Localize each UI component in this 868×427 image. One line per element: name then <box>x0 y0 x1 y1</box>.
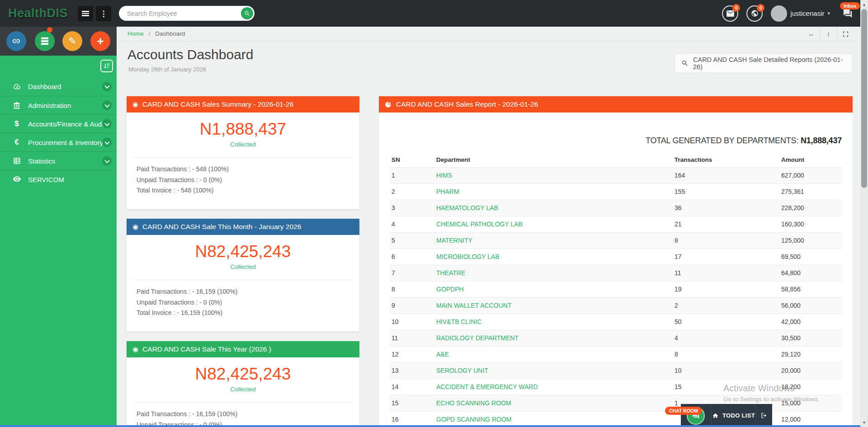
cell-sn: 14 <box>390 379 434 395</box>
scroll-up-arrow[interactable]: ▲ <box>860 1 868 8</box>
table-row: 12A&E829,120 <box>390 346 842 362</box>
employee-search <box>119 6 255 21</box>
employee-search-button[interactable] <box>241 7 253 19</box>
table-row: 15ECHO SCANNING ROOM115,000 <box>390 395 842 411</box>
cell-sn: 15 <box>390 395 434 411</box>
department-link[interactable]: HAEMATOLOGY LAB <box>436 204 498 211</box>
chevron-down-icon[interactable] <box>102 138 112 147</box>
cell-transactions: 8 <box>673 232 779 249</box>
sidebar-item-procurement[interactable]: € Procurement & Inventory <box>0 133 117 151</box>
department-link[interactable]: THEATRE <box>436 269 465 277</box>
card-stats: Paid Transactions : - 548 (100%)Unpaid T… <box>127 164 359 196</box>
cell-department: HIMS <box>434 167 673 183</box>
department-link[interactable]: A&E <box>436 351 449 358</box>
chevron-down-icon[interactable] <box>102 82 112 91</box>
avatar[interactable] <box>771 5 787 22</box>
card-stat-line: Total Invoice : - 16,159 (100%) <box>127 308 359 319</box>
department-link[interactable]: MATERNITY <box>436 237 472 244</box>
cell-amount: 64,800 <box>779 265 842 281</box>
notifications-count-badge: 0 <box>757 4 764 12</box>
chat-bubbles-icon <box>842 9 854 19</box>
sidebar-item-accounts-finance[interactable]: $ Accounts/Finance & Audit <box>0 114 117 133</box>
bullseye-icon: ◉ <box>132 223 138 231</box>
signout-button[interactable] <box>756 404 772 427</box>
cell-amount: 58,856 <box>779 281 842 297</box>
resize-vertical-button[interactable]: ↕ <box>820 27 837 41</box>
cell-amount: 125,000 <box>779 232 842 249</box>
cell-transactions: 50 <box>673 314 779 330</box>
arrow-horizontal-icon: ↔ <box>808 30 814 38</box>
card-stat-line: Paid Transactions : - 16,159 (100%) <box>127 409 359 420</box>
breadcrumb-home-link[interactable]: Home <box>127 30 144 37</box>
window-bottom-edge <box>0 425 860 427</box>
column-header-sn: SN <box>390 153 434 167</box>
cell-department: MATERNITY <box>434 232 673 249</box>
cell-transactions: 2 <box>673 297 779 314</box>
department-link[interactable]: RADIOLOGY DEPARTMENT <box>436 334 519 342</box>
department-link[interactable]: PHARM <box>436 188 459 195</box>
sales-report-panel: CARD AND CASH Sales Report - 2026-01-26 … <box>379 96 853 427</box>
department-link[interactable]: HIV&TB CLINIC <box>436 318 481 325</box>
tachometer-icon <box>13 83 21 90</box>
department-link[interactable]: ACCIDENT & EMERGENCY WARD <box>436 383 538 390</box>
edit-quick-button[interactable]: ✎ <box>62 31 82 51</box>
collected-label: Collected <box>127 386 359 393</box>
chevron-down-icon[interactable] <box>102 119 112 129</box>
sidebar-item-label: SERVICOM <box>28 176 64 183</box>
scrollbar-thumb[interactable] <box>861 9 867 188</box>
table-row: 1HIMS164627,000 <box>390 167 842 183</box>
app-window: HealthDIS ⋮ 0 0 justicenasir <box>0 0 868 427</box>
table-row: 6MICROBIOLOGY LAB1769,500 <box>390 249 842 265</box>
sign-out-icon <box>760 412 768 419</box>
column-header-amount: Amount <box>779 153 842 167</box>
link-quick-button[interactable] <box>6 31 26 51</box>
sidebar-item-administration[interactable]: Administration <box>0 96 117 114</box>
department-link[interactable]: GOPDPH <box>436 286 464 293</box>
sidebar-item-servicom[interactable]: SERVICOM <box>0 170 117 188</box>
options-button[interactable]: ⋮ <box>96 6 111 21</box>
notifications-button[interactable]: 0 <box>746 5 763 22</box>
department-link[interactable]: MAIN WALLET ACCOUNT <box>436 302 511 309</box>
report-header: CARD AND CASH Sales Report - 2026-01-26 <box>379 96 853 113</box>
vertical-scrollbar[interactable]: ▲ ▼ <box>860 0 868 427</box>
cell-amount: 30,500 <box>779 330 842 346</box>
sidebar-item-label: Accounts/Finance & Audit <box>28 120 105 128</box>
department-link[interactable]: CHEMICAL PATHOLOGY LAB <box>436 221 523 228</box>
user-menu[interactable]: justicenasir ▾ <box>771 5 830 22</box>
chevron-down-icon[interactable] <box>102 101 112 110</box>
report-search-box[interactable]: CARD AND CASH Sale Detailed Reports (202… <box>675 53 853 73</box>
username: justicenasir <box>790 9 824 17</box>
inbox-button[interactable]: Inbox <box>842 9 854 19</box>
fullscreen-button[interactable] <box>837 27 854 41</box>
department-link[interactable]: MICROBIOLOGY LAB <box>436 253 500 260</box>
department-link[interactable]: ECHO SCANNING ROOM <box>436 399 511 407</box>
cell-sn: 5 <box>390 232 434 249</box>
chat-room-badge: CHAT ROOM <box>665 407 702 415</box>
collected-label: Collected <box>127 263 359 270</box>
department-link[interactable]: HIMS <box>436 172 452 179</box>
report-title: CARD AND CASH Sales Report - 2026-01-26 <box>396 100 538 108</box>
sidebar-sort-button[interactable] <box>100 60 113 72</box>
cell-department: SEROLOGY UNIT <box>434 362 673 379</box>
todo-list-button[interactable]: TODO LIST <box>712 404 755 427</box>
cell-transactions: 11 <box>673 265 779 281</box>
resize-horizontal-button[interactable]: ↔ <box>802 27 820 41</box>
messages-button[interactable]: 0 <box>722 5 738 22</box>
chevron-down-icon[interactable] <box>102 156 112 166</box>
cell-sn: 3 <box>390 200 434 216</box>
add-quick-button[interactable]: + <box>90 31 110 51</box>
scroll-down-arrow[interactable]: ▼ <box>860 419 868 426</box>
sidebar-item-statistics[interactable]: Statistics <box>0 151 117 170</box>
sidebar-toggle-button[interactable] <box>78 6 93 21</box>
employee-search-input[interactable] <box>119 10 241 17</box>
menu-list-quick-button[interactable] <box>35 31 55 51</box>
department-link[interactable]: SEROLOGY UNIT <box>436 367 488 374</box>
department-link[interactable]: GOPD SCANNING ROOM <box>436 416 511 423</box>
card-stat-line: Total Invoice : - 548 (100%) <box>127 185 359 196</box>
table-row: 7THEATRE1164,800 <box>390 265 842 281</box>
cell-sn: 8 <box>390 281 434 297</box>
cell-sn: 6 <box>390 249 434 265</box>
departments-table: SN Department Transactions Amount 1HIMS1… <box>390 153 842 427</box>
sidebar-item-dashboard[interactable]: Dashboard <box>0 77 117 96</box>
card-amount: N82,425,243 <box>127 235 359 261</box>
